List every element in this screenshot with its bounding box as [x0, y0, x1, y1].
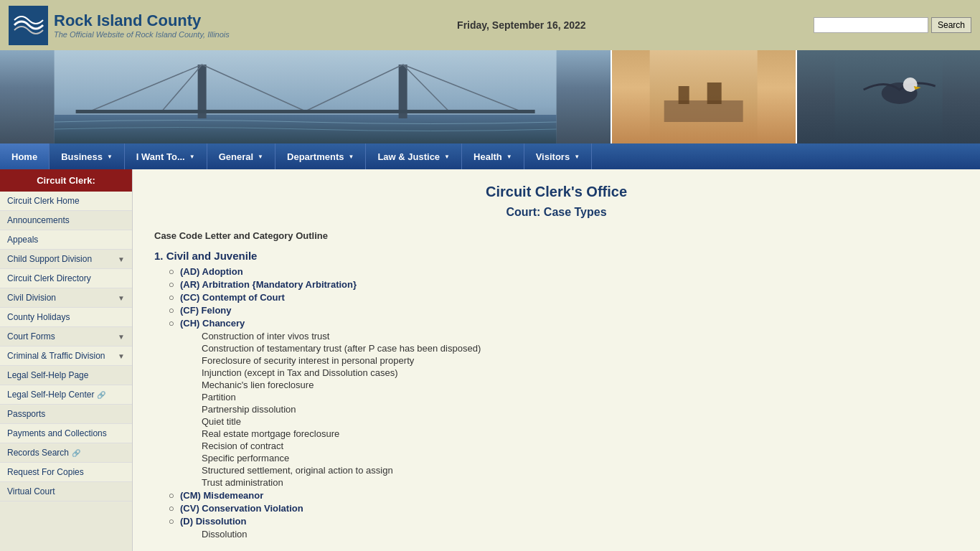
- sidebar-item-civil-division[interactable]: Civil Division ▼: [0, 288, 132, 308]
- section-civil-juvenile: 1. Civil and Juvenile (AD) Adoption (AR)…: [154, 250, 958, 540]
- search-input[interactable]: [814, 17, 928, 33]
- list-item: Construction of inter vivos trust: [202, 331, 958, 342]
- external-link-icon: 🔗: [97, 391, 105, 399]
- dissolution-sub-list: Dissolution: [202, 529, 958, 540]
- nav-item-visitors[interactable]: Visitors ▼: [524, 143, 592, 169]
- svg-rect-11: [76, 110, 535, 113]
- banner-eagle: [796, 50, 980, 143]
- chevron-down-icon: ▼: [118, 333, 125, 341]
- chevron-down-icon: ▼: [107, 154, 113, 160]
- list-item: Construction of testamentary trust (afte…: [202, 343, 958, 354]
- list-item: Recision of contract: [202, 441, 958, 451]
- list-item: (CF) Felony: [169, 305, 958, 316]
- chevron-down-icon: ▼: [118, 294, 125, 302]
- nav-item-business[interactable]: Business ▼: [50, 143, 125, 169]
- list-item: Foreclosure of security interest in pers…: [202, 355, 958, 366]
- main-container: Circuit Clerk: Circuit Clerk Home Announ…: [0, 169, 980, 551]
- list-item: Trust administration: [202, 477, 958, 488]
- page-title: Circuit Clerk's Office: [154, 184, 958, 200]
- banner: [0, 50, 980, 143]
- sidebar-item-appeals[interactable]: Appeals: [0, 230, 132, 250]
- site-name: Rock Island County: [54, 11, 230, 30]
- chancery-sub-list: Construction of inter vivos trust Constr…: [202, 331, 958, 488]
- list-item: Partition: [202, 392, 958, 402]
- svg-rect-12: [650, 50, 758, 143]
- navbar: Home Business ▼ I Want To... ▼ General ▼…: [0, 143, 980, 169]
- search-area: Search: [814, 17, 971, 33]
- list-item: (AD) Adoption: [169, 266, 958, 277]
- logo-area: Rock Island County The Official Website …: [9, 6, 230, 45]
- chevron-down-icon: ▼: [118, 352, 125, 360]
- sidebar-item-county-holidays[interactable]: County Holidays: [0, 308, 132, 327]
- nav-item-lawjustice[interactable]: Law & Justice ▼: [366, 143, 462, 169]
- list-item: Specific performance: [202, 453, 958, 463]
- chevron-down-icon: ▼: [118, 255, 125, 263]
- sidebar-item-records-search[interactable]: Records Search 🔗: [0, 443, 132, 463]
- search-button[interactable]: Search: [931, 17, 971, 33]
- nav-item-general[interactable]: General ▼: [207, 143, 275, 169]
- list-item: Mechanic's lien foreclosure: [202, 380, 958, 390]
- chevron-down-icon: ▼: [444, 154, 450, 160]
- nav-item-iwantto[interactable]: I Want To... ▼: [125, 143, 207, 169]
- chevron-down-icon: ▼: [348, 154, 354, 160]
- list-item: Quiet title: [202, 416, 958, 427]
- sidebar-item-payments[interactable]: Payments and Collections: [0, 424, 132, 443]
- svg-rect-14: [679, 86, 689, 104]
- external-link-icon: 🔗: [72, 449, 80, 457]
- page-subtitle: Court: Case Types: [154, 206, 958, 219]
- list-item: Injunction (except in Tax and Dissolutio…: [202, 367, 958, 378]
- list-item: (CM) Misdemeanor: [169, 490, 958, 501]
- banner-mid: [611, 50, 795, 143]
- nav-item-home[interactable]: Home: [0, 143, 50, 169]
- header-date: Friday, September 16, 2022: [230, 19, 814, 31]
- sidebar-item-virtual-court[interactable]: Virtual Court: [0, 482, 132, 501]
- list-item: (CC) Contempt of Court: [169, 292, 958, 303]
- banner-bridge: [0, 50, 611, 143]
- nav-item-health[interactable]: Health ▼: [462, 143, 524, 169]
- chevron-down-icon: ▼: [507, 154, 512, 160]
- logo-text: Rock Island County The Official Website …: [54, 11, 230, 39]
- site-tagline: The Official Website of Rock Island Coun…: [54, 30, 230, 39]
- list-item-chancery: (CH) Chancery Construction of inter vivo…: [169, 318, 958, 488]
- section-heading-1: 1. Civil and Juvenile: [154, 250, 958, 262]
- nav-item-departments[interactable]: Departments ▼: [275, 143, 366, 169]
- section-intro: Case Code Letter and Category Outline: [154, 230, 958, 241]
- svg-rect-13: [664, 100, 743, 122]
- header: Rock Island County The Official Website …: [0, 0, 980, 50]
- logo-image: [9, 6, 48, 45]
- list-item: Dissolution: [202, 529, 958, 540]
- list-item-dissolution: (D) Dissolution Dissolution: [169, 516, 958, 540]
- sidebar-item-passports[interactable]: Passports: [0, 405, 132, 424]
- list-item: (CV) Conservation Violation: [169, 503, 958, 514]
- sidebar-item-court-forms[interactable]: Court Forms ▼: [0, 327, 132, 347]
- sidebar-item-circuit-clerk-dir[interactable]: Circuit Clerk Directory: [0, 269, 132, 288]
- list-item: (AR) Arbitration {Mandatory Arbitration}: [169, 279, 958, 290]
- svg-rect-15: [707, 83, 722, 104]
- chevron-down-icon: ▼: [189, 154, 195, 160]
- content-area: Circuit Clerk's Office Court: Case Types…: [133, 169, 980, 551]
- sidebar-item-legal-selfhelp-page[interactable]: Legal Self-Help Page: [0, 366, 132, 385]
- sidebar-item-announcements[interactable]: Announcements: [0, 211, 132, 230]
- list-item: Real estate mortgage foreclosure: [202, 428, 958, 439]
- sidebar-title: Circuit Clerk:: [0, 169, 132, 192]
- sidebar-item-request-copies[interactable]: Request For Copies: [0, 463, 132, 482]
- case-type-list: (AD) Adoption (AR) Arbitration {Mandator…: [169, 266, 958, 540]
- chevron-down-icon: ▼: [574, 154, 580, 160]
- sidebar-item-circuit-clerk-home[interactable]: Circuit Clerk Home: [0, 192, 132, 211]
- list-item: Structured settlement, original action t…: [202, 465, 958, 476]
- list-item: Partnership dissolution: [202, 404, 958, 415]
- sidebar-item-child-support[interactable]: Child Support Division ▼: [0, 250, 132, 269]
- sidebar-item-legal-selfhelp-center[interactable]: Legal Self-Help Center 🔗: [0, 385, 132, 405]
- sidebar-item-criminal-traffic[interactable]: Criminal & Traffic Division ▼: [0, 347, 132, 366]
- sidebar: Circuit Clerk: Circuit Clerk Home Announ…: [0, 169, 133, 551]
- chevron-down-icon: ▼: [258, 154, 263, 160]
